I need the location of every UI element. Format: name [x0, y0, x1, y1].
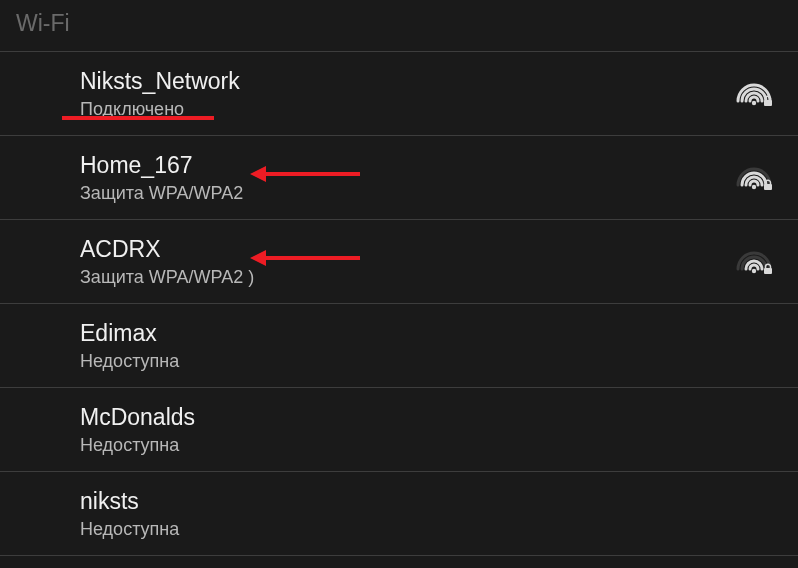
wifi-signal-icon [734, 163, 774, 193]
wifi-network-item[interactable]: EdimaxНедоступна [0, 304, 798, 388]
svg-point-2 [752, 184, 756, 188]
wifi-ssid: Niksts_Network [80, 68, 734, 95]
wifi-ssid: ACDRX [80, 236, 734, 263]
wifi-network-list: Niksts_NetworkПодключено Home_167Защита … [0, 51, 798, 556]
wifi-network-item[interactable]: Home_167Защита WPA/WPA2 [0, 136, 798, 220]
svg-rect-1 [764, 100, 772, 106]
svg-rect-3 [764, 184, 772, 190]
annotation-arrow [250, 168, 360, 180]
svg-point-4 [752, 268, 756, 272]
wifi-network-text: McDonaldsНедоступна [80, 404, 782, 456]
wifi-ssid: McDonalds [80, 404, 782, 431]
annotation-arrow [250, 252, 360, 264]
wifi-network-text: Niksts_NetworkПодключено [80, 68, 734, 120]
wifi-signal-icon [734, 247, 774, 277]
page-title: Wi-Fi [0, 0, 798, 51]
wifi-network-item[interactable]: McDonaldsНедоступна [0, 388, 798, 472]
wifi-ssid: Home_167 [80, 152, 734, 179]
wifi-network-item[interactable]: ACDRXЗащита WPA/WPA2 ) [0, 220, 798, 304]
wifi-signal-icon [734, 79, 774, 109]
wifi-status: Недоступна [80, 519, 782, 540]
annotation-underline [62, 116, 214, 120]
wifi-network-item[interactable]: nikstsНедоступна [0, 472, 798, 556]
wifi-ssid: niksts [80, 488, 782, 515]
wifi-status: Недоступна [80, 435, 782, 456]
svg-rect-5 [764, 268, 772, 274]
wifi-status: Защита WPA/WPA2 ) [80, 267, 734, 288]
wifi-status: Защита WPA/WPA2 [80, 183, 734, 204]
wifi-status: Недоступна [80, 351, 782, 372]
svg-point-0 [752, 100, 756, 104]
wifi-network-text: Home_167Защита WPA/WPA2 [80, 152, 734, 204]
wifi-network-text: ACDRXЗащита WPA/WPA2 ) [80, 236, 734, 288]
wifi-network-text: EdimaxНедоступна [80, 320, 782, 372]
wifi-network-item[interactable]: Niksts_NetworkПодключено [0, 52, 798, 136]
wifi-ssid: Edimax [80, 320, 782, 347]
wifi-network-text: nikstsНедоступна [80, 488, 782, 540]
